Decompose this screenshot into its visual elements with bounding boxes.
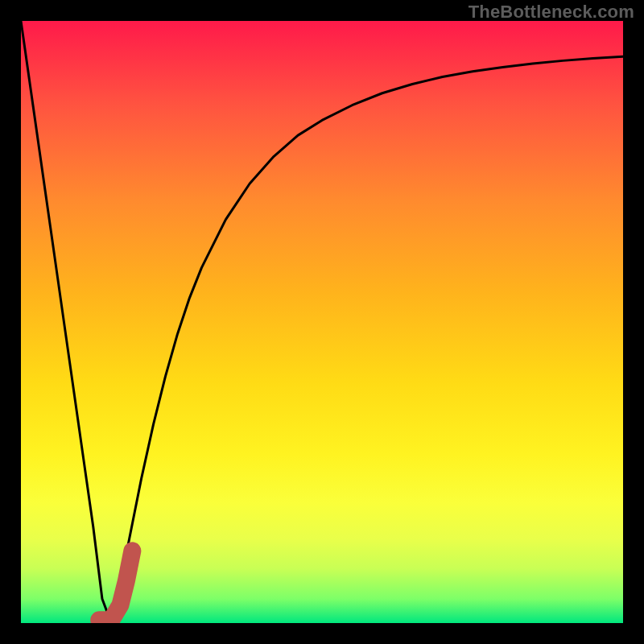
curve-overlay [21, 21, 623, 623]
optimal-zone-highlight [99, 551, 132, 620]
bottleneck-curve [21, 21, 623, 623]
plot-area [21, 21, 623, 623]
chart-frame: TheBottleneck.com [0, 0, 644, 644]
attribution-watermark: TheBottleneck.com [469, 2, 634, 23]
